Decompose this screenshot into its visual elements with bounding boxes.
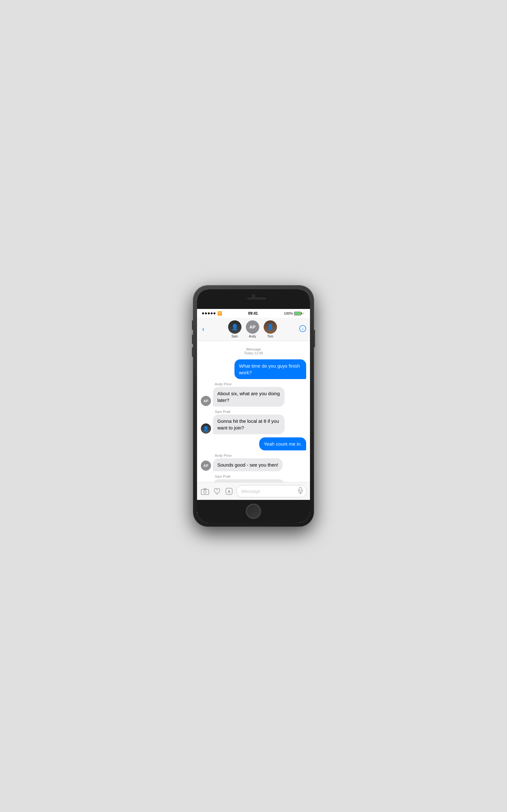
tom-face: 👤 [264, 320, 277, 334]
status-bar: 🛜 09:41 100% ⚡ [197, 309, 310, 318]
bubble-6: I'm driving tonight - anyone need me to … [213, 479, 285, 482]
participants-list: 👤 Sam AP Andy 👤 Tom [228, 320, 277, 338]
participant-sam[interactable]: 👤 Sam [228, 320, 241, 338]
battery-shell [294, 312, 301, 315]
message-row-1: What time do you guys finish work? [201, 359, 306, 379]
bottom-bezel [197, 500, 310, 523]
camera [252, 294, 255, 298]
status-time: 09:41 [248, 311, 258, 316]
battery-percent: 100% [284, 311, 293, 315]
home-button[interactable] [246, 504, 261, 519]
svg-rect-2 [201, 489, 209, 495]
info-button[interactable]: i [299, 325, 306, 334]
bubble-5: Sounds good - see you then! [213, 458, 283, 471]
tom-name: Tom [267, 335, 273, 338]
avatar-sam: 👤 [228, 320, 241, 334]
participant-andy[interactable]: AP Andy [246, 320, 259, 338]
messages-area[interactable]: iMessage Today 12:06 What time do you gu… [197, 341, 310, 482]
message-service: iMessage [201, 347, 306, 351]
appstore-button[interactable]: A [224, 487, 234, 496]
message-row-4: Yeah count me in. [201, 437, 306, 450]
message-group-2: Andy Price AP About six, what are you do… [201, 382, 306, 407]
sender-andy-1: Andy Price [215, 382, 306, 386]
signal-dot-2 [205, 312, 207, 314]
sender-sam-2: Sam Pratt [215, 475, 306, 478]
svg-text:A: A [228, 489, 231, 494]
battery-area: 100% ⚡ [284, 311, 305, 315]
andy-initials: AP [249, 324, 256, 329]
signal-dot-5 [214, 312, 215, 314]
message-row-5: AP Sounds good - see you then! [201, 458, 306, 471]
message-row-3: 👤 Gonna hit the local at 8 if you want t… [201, 415, 306, 434]
avatar-andy-small: AP [201, 396, 211, 406]
wifi-icon: 🛜 [217, 311, 222, 316]
bubble-2: About six, what are you doing later? [213, 387, 285, 407]
message-group-6: Sam Pratt 👤 I'm driving tonight - anyone… [201, 475, 306, 482]
bubble-4: Yeah count me in. [259, 437, 306, 450]
sam-face: 👤 [228, 320, 241, 334]
top-bezel [197, 289, 310, 309]
message-group-1: What time do you guys finish work? [201, 359, 306, 379]
svg-rect-4 [204, 489, 206, 490]
message-input-field[interactable]: iMessage [236, 485, 307, 497]
message-row-6: 👤 I'm driving tonight - anyone need me t… [201, 479, 306, 482]
svg-rect-8 [299, 487, 302, 491]
camera-button[interactable] [200, 487, 210, 496]
sender-andy-2: Andy Price [215, 453, 306, 457]
signal-dot-1 [202, 312, 204, 314]
input-bar: A iMessage [197, 482, 310, 500]
battery-fill [295, 312, 300, 315]
andy-name: Andy [249, 335, 256, 338]
message-group-3: Sam Pratt 👤 Gonna hit the local at 8 if … [201, 410, 306, 434]
message-row-2: AP About six, what are you doing later? [201, 387, 306, 407]
sender-sam-1: Sam Pratt [215, 410, 306, 414]
timestamp-header: iMessage Today 12:06 [201, 347, 306, 355]
phone-screen: 🛜 09:41 100% ⚡ ‹ 👤 [197, 289, 310, 523]
message-time: Today 12:06 [201, 351, 306, 355]
avatar-andy-small-2: AP [201, 460, 211, 471]
speaker [247, 298, 266, 299]
charging-bolt: ⚡ [302, 312, 305, 315]
avatar-tom: 👤 [264, 320, 277, 334]
bubble-3: Gonna hit the local at 8 if you want to … [213, 415, 285, 434]
avatar-sam-small: 👤 [201, 424, 211, 434]
mic-button[interactable] [298, 487, 303, 495]
back-button[interactable]: ‹ [201, 325, 206, 333]
participant-tom[interactable]: 👤 Tom [264, 320, 277, 338]
sam-name: Sam [231, 335, 238, 338]
nav-bar: ‹ 👤 Sam AP Andy [197, 318, 310, 341]
svg-point-3 [204, 491, 206, 493]
signal-dot-3 [208, 312, 210, 314]
message-placeholder[interactable]: iMessage [241, 489, 296, 494]
heartstring-button[interactable] [212, 487, 222, 496]
message-group-5: Andy Price AP Sounds good - see you then… [201, 453, 306, 471]
avatar-andy: AP [246, 320, 259, 334]
svg-text:i: i [302, 326, 303, 331]
message-group-4: Yeah count me in. [201, 437, 306, 450]
signal-area: 🛜 [202, 311, 222, 316]
battery-icon: ⚡ [294, 312, 305, 315]
bubble-1: What time do you guys finish work? [234, 359, 306, 379]
signal-dot-4 [211, 312, 213, 314]
phone-device: 🛜 09:41 100% ⚡ ‹ 👤 [193, 286, 314, 526]
